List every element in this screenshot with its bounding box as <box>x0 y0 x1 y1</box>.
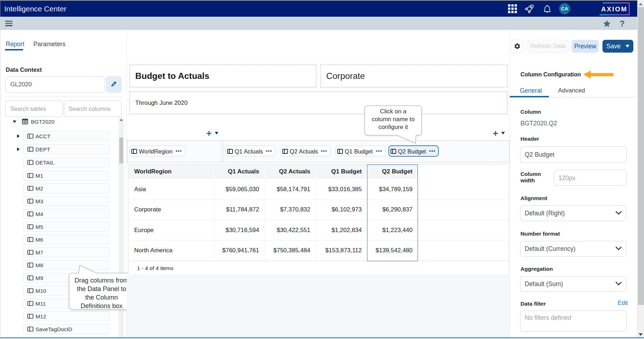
svg-text:AXIOM: AXIOM <box>601 5 628 13</box>
